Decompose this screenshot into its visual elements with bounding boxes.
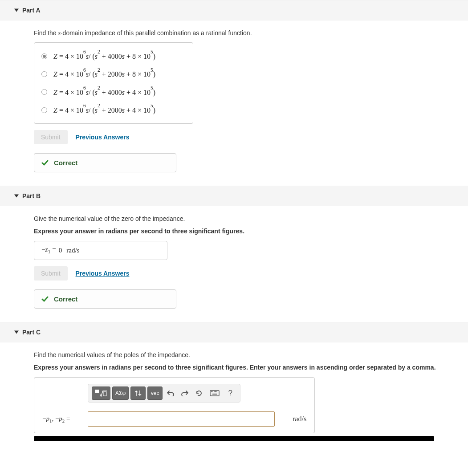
unit-label: rad/s bbox=[293, 415, 306, 423]
answer-unit: rad/s bbox=[66, 247, 79, 254]
template-button[interactable] bbox=[92, 386, 110, 400]
part-b-header[interactable]: Part B bbox=[0, 186, 468, 206]
caret-down-icon bbox=[14, 331, 19, 334]
previous-answers-link[interactable]: Previous Answers bbox=[76, 134, 130, 141]
feedback-text: Correct bbox=[54, 295, 77, 303]
svg-rect-6 bbox=[214, 391, 215, 392]
input-lhs: −p1, −p2 = bbox=[42, 415, 83, 423]
input-panel: ΑΣφ vec bbox=[34, 377, 315, 433]
equation-toolbar: ΑΣφ vec bbox=[88, 384, 240, 403]
svg-rect-4 bbox=[211, 391, 212, 392]
check-icon bbox=[41, 296, 49, 303]
svg-rect-8 bbox=[216, 391, 217, 392]
answer-display: −z1 = 0 rad/s bbox=[34, 241, 167, 260]
part-c-body: Find the numerical values of the poles o… bbox=[0, 342, 468, 433]
radio-icon[interactable] bbox=[41, 107, 47, 113]
part-c-prompt: Find the numerical values of the poles o… bbox=[34, 351, 459, 358]
redo-icon bbox=[181, 390, 188, 396]
feedback-correct: Correct bbox=[34, 153, 176, 172]
arrows-updown-icon bbox=[134, 390, 142, 397]
part-c-header[interactable]: Part C bbox=[0, 322, 468, 342]
mc-option[interactable]: Z = 4 × 106s/ (s2 + 2000s + 4 × 105) bbox=[41, 101, 186, 119]
reset-button[interactable] bbox=[193, 386, 205, 400]
radio-icon[interactable] bbox=[41, 71, 47, 77]
subscript-button[interactable] bbox=[130, 386, 146, 400]
undo-icon bbox=[167, 390, 174, 396]
part-b-title: Part B bbox=[22, 192, 41, 199]
part-a-title: Part A bbox=[22, 7, 41, 14]
mc-option[interactable]: Z = 4 × 106s/ (s2 + 4000s + 4 × 105) bbox=[41, 83, 186, 101]
answer-input[interactable] bbox=[88, 411, 275, 427]
submit-button: Submit bbox=[34, 266, 68, 281]
part-c-title: Part C bbox=[22, 329, 41, 336]
formula: Z = 4 × 106s/ (s2 + 4000s + 4 × 105) bbox=[53, 88, 155, 97]
part-a-body: Find the s-domain impedance of this para… bbox=[0, 20, 468, 186]
submit-button: Submit bbox=[34, 130, 68, 144]
answer-lhs: −z1 = bbox=[41, 246, 56, 255]
caret-down-icon bbox=[14, 9, 19, 12]
part-b-instruct: Express your answer in radians per secon… bbox=[34, 228, 459, 235]
mc-options: Z = 4 × 106s/ (s2 + 4000s + 8 × 105) Z =… bbox=[34, 42, 193, 124]
part-b-prompt: Give the numerical value of the zero of … bbox=[34, 215, 459, 222]
undo-button[interactable] bbox=[164, 386, 177, 400]
vector-button[interactable]: vec bbox=[147, 386, 163, 400]
reset-icon bbox=[195, 390, 203, 397]
check-icon bbox=[41, 159, 49, 167]
formula: Z = 4 × 106s/ (s2 + 4000s + 8 × 105) bbox=[53, 52, 155, 61]
mc-option[interactable]: Z = 4 × 106s/ (s2 + 2000s + 8 × 105) bbox=[41, 65, 186, 83]
formula: Z = 4 × 106s/ (s2 + 2000s + 8 × 105) bbox=[53, 69, 155, 78]
part-b-body: Give the numerical value of the zero of … bbox=[0, 206, 468, 322]
svg-rect-5 bbox=[212, 391, 213, 392]
bottom-bar bbox=[34, 436, 434, 441]
feedback-text: Correct bbox=[54, 159, 77, 167]
svg-rect-3 bbox=[210, 391, 219, 396]
text: -domain impedance of this parallel combi… bbox=[61, 29, 252, 37]
text: Find the bbox=[34, 29, 58, 37]
fraction-root-icon bbox=[95, 389, 107, 397]
redo-button[interactable] bbox=[179, 386, 191, 400]
svg-rect-7 bbox=[215, 391, 216, 392]
part-c-instruct: Express your answers in radians per seco… bbox=[34, 364, 459, 371]
keyboard-button[interactable] bbox=[207, 386, 222, 400]
svg-rect-9 bbox=[212, 394, 217, 395]
keyboard-icon bbox=[210, 390, 220, 396]
radio-icon[interactable] bbox=[41, 53, 47, 59]
part-a-header[interactable]: Part A bbox=[0, 0, 468, 20]
svg-rect-2 bbox=[103, 392, 106, 396]
answer-value: 0 bbox=[59, 247, 62, 254]
previous-answers-link[interactable]: Previous Answers bbox=[76, 270, 130, 277]
greek-button[interactable]: ΑΣφ bbox=[112, 386, 129, 400]
part-a-prompt: Find the s-domain impedance of this para… bbox=[34, 29, 459, 37]
radio-icon[interactable] bbox=[41, 89, 47, 95]
feedback-correct: Correct bbox=[34, 289, 176, 309]
help-button[interactable]: ? bbox=[224, 386, 236, 400]
formula: Z = 4 × 106s/ (s2 + 2000s + 4 × 105) bbox=[53, 106, 155, 114]
mc-option[interactable]: Z = 4 × 106s/ (s2 + 4000s + 8 × 105) bbox=[41, 47, 186, 65]
caret-down-icon bbox=[14, 195, 19, 198]
